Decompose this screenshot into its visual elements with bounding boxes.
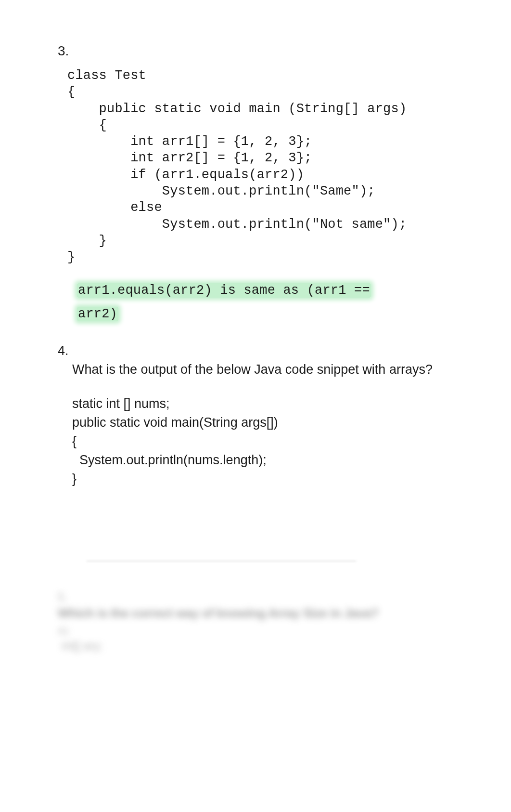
- blurred-preview-section: 5. Which is the correct way of knowing A…: [58, 590, 453, 653]
- question-3-answer: arr1.equals(arr2) is same as (arr1 == ar…: [67, 279, 453, 326]
- question-3-number: 3.: [58, 43, 453, 59]
- blurred-question-number: 5.: [58, 590, 453, 604]
- question-4-code: static int [] nums; public static void m…: [72, 394, 453, 489]
- blurred-question-title: Which is the correct way of knowing Arra…: [58, 606, 453, 621]
- question-4-number: 4.: [58, 343, 453, 358]
- question-3-code: class Test { public static void main (St…: [67, 67, 453, 265]
- blurred-option-label: A): [58, 625, 453, 637]
- answer-highlight-line1: arr1.equals(arr2) is same as (arr1 ==: [77, 283, 371, 298]
- blurred-divider: [87, 561, 356, 562]
- answer-highlight-line2: arr2): [77, 307, 118, 321]
- blurred-option-code: int[] ary;: [62, 639, 453, 653]
- question-4-text: What is the output of the below Java cod…: [72, 362, 453, 377]
